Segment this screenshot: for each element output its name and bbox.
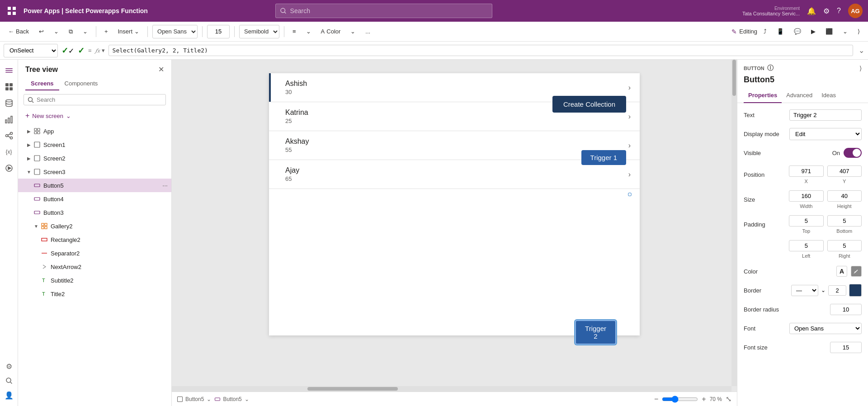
help-icon[interactable]: ?: [837, 7, 841, 15]
padding-bottom-input[interactable]: [827, 215, 862, 227]
sidebar-icon-settings[interactable]: ⚙: [2, 359, 16, 373]
expand-button[interactable]: ⟩: [854, 26, 863, 37]
color-fill-icon[interactable]: [851, 266, 862, 277]
zoom-out-button[interactable]: −: [654, 395, 658, 403]
trigger2-button[interactable]: Trigger 2: [575, 320, 616, 345]
sidebar-icon-apps[interactable]: [2, 80, 16, 94]
tree-item-button5[interactable]: Button5 ···: [18, 179, 171, 192]
tree-item-button3[interactable]: Button3: [18, 206, 171, 219]
save-dropdown[interactable]: ⌄: [839, 26, 851, 37]
sidebar-icon-variables[interactable]: {x}: [2, 145, 16, 159]
tree-toggle-app[interactable]: ▶: [25, 127, 33, 135]
tree-item-screen2[interactable]: ▶ Screen2: [18, 151, 171, 165]
tab-advanced[interactable]: Advanced: [782, 88, 817, 103]
size-height-input[interactable]: [827, 190, 862, 202]
property-dropdown[interactable]: OnSelect: [4, 44, 58, 57]
tree-toggle-screen3[interactable]: ▼: [25, 168, 33, 175]
tree-item-screen3[interactable]: ▼ Screen3: [18, 165, 171, 179]
formula-accept[interactable]: ✓: [78, 46, 85, 56]
tab-components[interactable]: Components: [59, 77, 104, 90]
tree-item-title2[interactable]: T Title2: [18, 287, 171, 301]
handle-bm[interactable]: [628, 193, 632, 196]
undo-button[interactable]: ↩: [35, 26, 47, 37]
padding-left-input[interactable]: [789, 240, 824, 251]
tree-item-gallery2[interactable]: ▼ Gallery2: [18, 219, 171, 233]
create-collection-button[interactable]: Create Collection: [552, 96, 626, 113]
color-a-icon[interactable]: A: [836, 266, 847, 277]
tab-properties[interactable]: Properties: [744, 88, 782, 103]
canvas-scrollbar-h[interactable]: [172, 386, 731, 392]
add-button[interactable]: +: [101, 26, 112, 37]
play-button[interactable]: ▶: [807, 26, 819, 37]
display-mode-select[interactable]: Edit: [789, 128, 862, 140]
fit-screen-button[interactable]: ⤡: [726, 395, 731, 403]
more-button[interactable]: ...: [362, 26, 374, 37]
right-panel-expand-icon[interactable]: ⟩: [859, 65, 862, 72]
sidebar-icon-data[interactable]: [2, 96, 16, 110]
border-radius-input[interactable]: [830, 304, 862, 315]
share-button[interactable]: ⤴: [760, 26, 770, 37]
sidebar-icon-person[interactable]: 👤: [2, 388, 16, 402]
font-size-input[interactable]: [207, 25, 230, 38]
canvas-scroll[interactable]: Ashish 30 › Katrina 25 › Akshay 55: [172, 60, 737, 392]
screen-indicator[interactable]: Button5 ⌄: [177, 396, 211, 402]
font-weight-select[interactable]: Semibold: [239, 25, 279, 38]
size-width-input[interactable]: [789, 190, 824, 202]
sidebar-icon-media[interactable]: [2, 161, 16, 175]
undo-dropdown[interactable]: ⌄: [50, 26, 62, 37]
sidebar-icon-connectors[interactable]: [2, 128, 16, 143]
tree-item-rectangle2[interactable]: Rectangle2: [18, 233, 171, 246]
copy-dropdown[interactable]: ⌄: [79, 26, 91, 37]
grid-icon[interactable]: [5, 5, 18, 17]
position-x-input[interactable]: [789, 165, 824, 177]
tree-item-separator2[interactable]: Separator2: [18, 246, 171, 260]
padding-right-input[interactable]: [827, 240, 862, 251]
comment-button[interactable]: 💬: [790, 26, 805, 37]
bell-icon[interactable]: 🔔: [807, 7, 816, 15]
tree-close-icon[interactable]: ✕: [158, 65, 164, 74]
top-search-bar[interactable]: [275, 4, 492, 18]
align-dropdown[interactable]: ⌄: [302, 26, 315, 37]
position-y-input[interactable]: [827, 165, 862, 177]
tree-item-app[interactable]: ▶ App: [18, 124, 171, 138]
font-size-panel-input[interactable]: [830, 342, 862, 353]
zoom-slider[interactable]: [662, 396, 698, 403]
trigger1-button[interactable]: Trigger 1: [581, 150, 626, 165]
tree-item-screen1[interactable]: ▶ Screen1: [18, 138, 171, 151]
button5-more[interactable]: ···: [162, 182, 168, 189]
tree-item-subtitle2[interactable]: T Subtitle2: [18, 274, 171, 287]
color-button[interactable]: A Color: [317, 26, 344, 37]
copy-button[interactable]: ⧉: [65, 26, 76, 37]
top-search-input[interactable]: [290, 7, 488, 14]
sidebar-icon-analytics[interactable]: [2, 112, 16, 127]
font-family-select[interactable]: Open Sans: [789, 323, 862, 334]
padding-top-input[interactable]: [789, 215, 824, 227]
color-dropdown[interactable]: ⌄: [347, 26, 359, 37]
help-circle-icon[interactable]: ⓘ: [767, 64, 774, 72]
back-button[interactable]: ← Back: [5, 26, 33, 37]
new-screen-button[interactable]: + New screen ⌄: [18, 109, 171, 123]
border-color-swatch[interactable]: [849, 284, 862, 297]
tab-screens[interactable]: Screens: [25, 77, 59, 90]
font-select[interactable]: Open Sans: [152, 25, 198, 38]
phone-button[interactable]: 📱: [773, 26, 788, 37]
sidebar-icon-search[interactable]: [2, 373, 16, 388]
avatar[interactable]: AG: [848, 4, 863, 18]
tab-ideas[interactable]: Ideas: [817, 88, 840, 103]
formula-expand-icon[interactable]: ⌄: [859, 46, 864, 55]
tree-search-input[interactable]: [37, 96, 162, 103]
tree-toggle-gallery2[interactable]: ▼: [33, 222, 40, 230]
save-button[interactable]: ⬛: [822, 26, 836, 37]
canvas-scrollbar-v[interactable]: [731, 60, 737, 386]
border-style-select[interactable]: —: [791, 285, 818, 296]
zoom-in-button[interactable]: +: [702, 395, 706, 403]
align-button[interactable]: ≡: [289, 26, 300, 37]
sidebar-icon-home[interactable]: [2, 63, 16, 78]
text-input[interactable]: [789, 109, 862, 121]
gear-icon[interactable]: ⚙: [823, 7, 830, 15]
tree-item-nextarrow2[interactable]: NextArrow2: [18, 260, 171, 274]
element-indicator[interactable]: Button5 ⌄: [215, 396, 249, 402]
insert-button[interactable]: Insert ⌄: [114, 26, 143, 37]
formula-input[interactable]: Select(Gallery2, 2, Title2): [108, 45, 853, 56]
border-width-input[interactable]: [828, 285, 846, 296]
